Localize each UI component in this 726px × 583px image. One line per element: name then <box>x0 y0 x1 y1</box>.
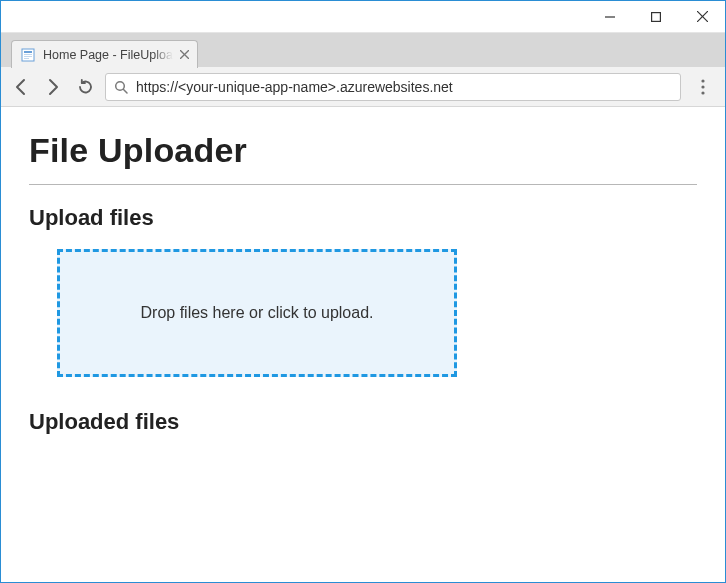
toolbar: https://<your-unique-app-name>.azurewebs… <box>1 67 725 107</box>
window-titlebar <box>1 1 725 33</box>
window-maximize-button[interactable] <box>633 1 679 32</box>
page-content: File Uploader Upload files Drop files he… <box>1 107 725 582</box>
upload-dropzone[interactable]: Drop files here or click to upload. <box>57 249 457 377</box>
page-title: File Uploader <box>29 131 697 170</box>
window-close-button[interactable] <box>679 1 725 32</box>
browser-window: Home Page - FileUploade https://<your-un… <box>0 0 726 583</box>
svg-rect-8 <box>24 58 29 59</box>
svg-rect-1 <box>652 12 661 21</box>
browser-tab[interactable]: Home Page - FileUploade <box>11 40 198 68</box>
divider <box>29 184 697 185</box>
svg-rect-7 <box>24 56 32 57</box>
tab-close-icon[interactable] <box>180 50 189 59</box>
window-minimize-button[interactable] <box>587 1 633 32</box>
address-bar[interactable]: https://<your-unique-app-name>.azurewebs… <box>105 73 681 101</box>
svg-point-14 <box>701 85 704 88</box>
svg-line-12 <box>123 89 127 93</box>
url-text: https://<your-unique-app-name>.azurewebs… <box>136 79 672 95</box>
tab-strip: Home Page - FileUploade <box>1 33 725 67</box>
tab-title: Home Page - FileUploade <box>43 48 173 62</box>
svg-rect-6 <box>24 54 32 55</box>
forward-button[interactable] <box>41 75 65 99</box>
uploaded-files-heading: Uploaded files <box>29 409 697 435</box>
search-icon <box>114 80 128 94</box>
page-favicon-icon <box>20 47 36 63</box>
reload-button[interactable] <box>73 75 97 99</box>
browser-menu-button[interactable] <box>689 73 717 101</box>
svg-rect-5 <box>24 51 32 53</box>
svg-point-15 <box>701 91 704 94</box>
back-button[interactable] <box>9 75 33 99</box>
upload-files-heading: Upload files <box>29 205 697 231</box>
svg-point-13 <box>701 79 704 82</box>
dropzone-text: Drop files here or click to upload. <box>141 304 374 322</box>
